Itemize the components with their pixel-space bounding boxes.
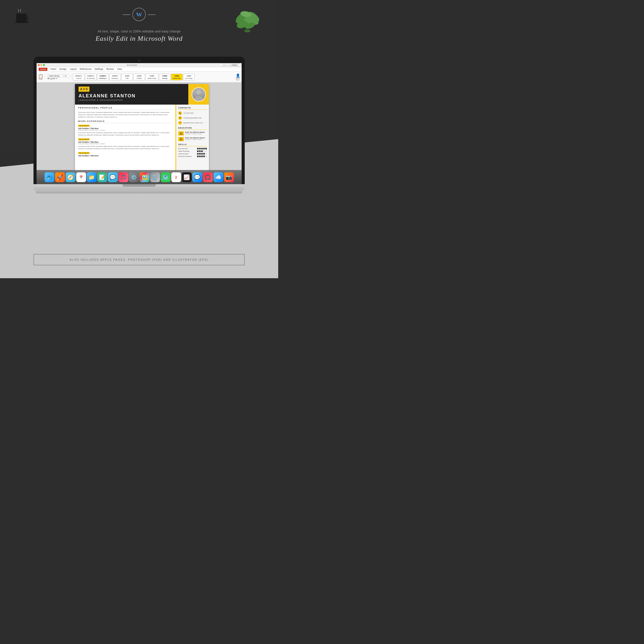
- job3-title: Job Position / Title Here: [78, 155, 172, 157]
- underline-button[interactable]: U: [50, 78, 52, 79]
- menu-item-home[interactable]: Home: [39, 68, 47, 71]
- share-button[interactable]: Share: [231, 64, 238, 66]
- dock-maps[interactable]: 🗺️: [161, 172, 171, 182]
- tagline-main: Easily Edit in Microsoft Word: [96, 35, 183, 43]
- email-text: YOURMAIL@DOMAIN.COM: [183, 117, 201, 119]
- dot: [197, 150, 199, 152]
- profile-text: Lorem ipsum dolor sit amet, consectetur …: [78, 111, 172, 118]
- dot: [201, 148, 203, 149]
- edu-item-2: Jan.2010 Enter Your Masters Degree Unive…: [178, 137, 207, 141]
- style-list[interactable]: AaBbList Paragr.: [183, 74, 195, 80]
- profile-section-title: PROFESSIONAL PROFILE: [78, 107, 172, 110]
- font-name-field[interactable]: Calibri (Body): [48, 74, 63, 77]
- font-controls: Calibri (Body) 12 B I U abc x²: [46, 74, 72, 79]
- menu-item-design[interactable]: Design: [60, 68, 67, 71]
- skill-name-photoshop: Adobe Photoshop: [178, 150, 190, 152]
- dock-files[interactable]: 📁: [87, 172, 97, 182]
- style-emphasis[interactable]: AaBbSubtle Emph.: [146, 74, 158, 80]
- dot: [203, 156, 205, 157]
- job2-description: Lorem ipsum dolor sit amet, consectetur …: [78, 145, 172, 150]
- resume-name: ALEXANNE STANTON: [79, 93, 185, 99]
- document-content: A // S ALEXANNE STANTON LANDSCAPER & GRO…: [37, 82, 242, 182]
- dock-messages2[interactable]: 💬: [192, 172, 202, 182]
- dot: [199, 153, 201, 155]
- dock-photos[interactable]: 🖼️: [140, 172, 149, 182]
- job1-description: Lorem ipsum dolor sit amet, consectetur …: [78, 132, 172, 136]
- style-heading1[interactable]: AaBbCHeading 1: [97, 74, 109, 80]
- menu-item-review[interactable]: Review: [106, 68, 114, 71]
- font-size-field[interactable]: 12: [64, 74, 70, 77]
- contact-address: 📍 WASHINGTON DC-8408 | USA: [178, 121, 207, 125]
- bold-button[interactable]: B: [48, 78, 49, 79]
- menu-item-layout[interactable]: Layout: [70, 68, 77, 71]
- dock-stocks[interactable]: 📈: [182, 172, 192, 182]
- ribbon-area: 📋 Paste Calibri (Body) 12 B I U: [37, 72, 242, 82]
- address-text: WASHINGTON DC-8408 | USA: [183, 122, 203, 124]
- dot: [205, 156, 207, 157]
- style-subtitle[interactable]: AaBbSubtitle: [133, 74, 145, 80]
- laptop-screen: Document1 Search in Document Share Home …: [37, 63, 242, 184]
- dock-settings[interactable]: ⚙️: [129, 172, 139, 182]
- job2-company: Company Name | Institute Name | Location: [78, 143, 172, 145]
- tagline-area: All text, shape, color is 100% editable …: [96, 30, 183, 43]
- traffic-light-minimize[interactable]: [40, 64, 42, 66]
- main-scene: W All text, shape, color is 100% editabl…: [0, 0, 278, 278]
- dock-launchpad[interactable]: 🚀: [55, 172, 65, 182]
- menu-item-view[interactable]: View: [117, 68, 122, 71]
- skill-dots-illustrator: [197, 153, 207, 155]
- svg-point-8: [194, 96, 203, 101]
- coffee-cup-decoration: [14, 8, 31, 24]
- style-book-title[interactable]: AaBbBook Title: [171, 74, 183, 80]
- style-title[interactable]: AaBbTitle: [121, 74, 133, 80]
- resume-photo-area: [188, 84, 209, 105]
- skill-word: Microsoft Word: [178, 148, 207, 149]
- window-controls-bar: Document1 Search in Document Share: [37, 63, 242, 67]
- dock-trash[interactable]: 🗑️: [150, 172, 160, 182]
- skill-dots-photoshop: [197, 150, 207, 152]
- superscript-button[interactable]: x²: [56, 78, 57, 79]
- dot: [199, 150, 201, 152]
- dot: [203, 153, 205, 155]
- window-title: Document1: [46, 64, 219, 66]
- italic-button[interactable]: I: [49, 78, 50, 79]
- menu-bar: Home Insert Design Layout References Mai…: [37, 67, 242, 72]
- traffic-light-close[interactable]: [38, 64, 40, 66]
- word-icon-area: W: [132, 8, 146, 21]
- style-heading2[interactable]: AaBbCHeading 2: [109, 74, 121, 80]
- dock-photos2[interactable]: 📷: [224, 172, 234, 182]
- dock-finder[interactable]: 🐟: [45, 172, 54, 182]
- dot: [199, 156, 201, 157]
- dock-calendar2[interactable]: 2: [171, 172, 181, 182]
- edu-item-1: Jan.2010 Enter Your Masters Degree Unive…: [178, 131, 207, 135]
- dock-messages[interactable]: 💬: [108, 172, 118, 182]
- resume-monogram: A // S: [79, 87, 89, 92]
- traffic-light-maximize[interactable]: [43, 64, 45, 66]
- bottom-banner-text: ALSO INCLUDED APPLE PAGES, PHOTOSHOP (PS…: [40, 258, 238, 261]
- education-title: EDUCATION: [178, 127, 207, 130]
- laptop-camera: [138, 60, 140, 62]
- menu-item-mailings[interactable]: Mailings: [95, 68, 103, 71]
- style-strong[interactable]: AaBbStrong: [159, 74, 171, 80]
- contacts-title: CONTACTS: [178, 107, 207, 110]
- menu-item-references[interactable]: References: [80, 68, 92, 71]
- dock-safari[interactable]: 🧭: [66, 172, 75, 182]
- dock-icloud[interactable]: ☁️: [214, 172, 223, 182]
- dock-music[interactable]: 🎧: [203, 172, 213, 182]
- style-no-spacing[interactable]: AaBbCcNo Spacing: [85, 74, 97, 80]
- dock-notes[interactable]: 📝: [97, 172, 107, 182]
- resume-main: PROFESSIONAL PROFILE Lorem ipsum dolor s…: [75, 105, 175, 181]
- menu-item-insert[interactable]: Insert: [50, 68, 56, 71]
- strikethrough-button[interactable]: abc: [52, 78, 55, 79]
- skill-powerpoint: Microsoft Powerpoint: [178, 156, 207, 157]
- dock-itunes[interactable]: 🎵: [118, 172, 128, 182]
- dot: [197, 153, 199, 155]
- contact-phone: 📞 +123 4567 8903: [178, 111, 207, 115]
- skill-name-illustrator: Adobe Illustrator: [178, 153, 189, 155]
- svg-point-0: [244, 29, 250, 32]
- style-normal[interactable]: AaBbCcNormal: [73, 74, 84, 80]
- job1-dates: Jan 12- Aug 14: [78, 125, 90, 127]
- laptop-stand-connector: [139, 193, 139, 201]
- job2-dates: Jan 12- Aug 14: [78, 138, 90, 140]
- dock-calendar[interactable]: 📅: [76, 172, 86, 182]
- laptop-notch: [122, 184, 156, 187]
